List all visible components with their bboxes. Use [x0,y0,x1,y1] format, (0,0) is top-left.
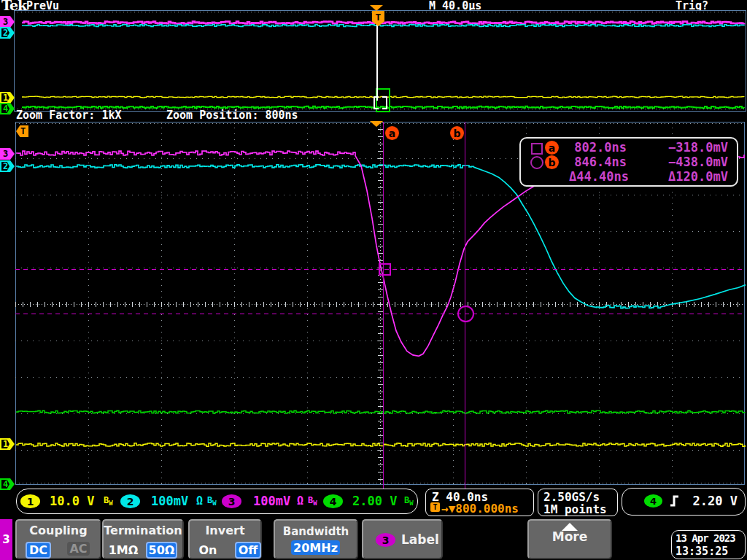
time-readout: 13:35:25 [676,545,728,558]
ch3-termination-icon: Ω [297,494,303,508]
label-menu-button[interactable]: 3 Label [362,519,443,559]
ch4-bandwidth-icon: BW [404,495,414,507]
cursor-delta-time: Δ44.40ns [561,169,629,184]
cursor-readout-box: a 802.0ns −318.0mV b 846.4ns −438.0mV Δ4… [519,137,738,187]
cursor-a-voltage: −318.0mV [646,140,728,155]
cursor-a-style-square-icon [531,143,543,155]
menu-channel-tab: 3 [0,519,12,560]
trigger-level-readout: 2.20 V [693,494,738,508]
cursor-b-time: 846.4ns [561,155,627,169]
graticule-grid [0,0,747,560]
ch2-termination-icon: Ω [196,494,203,508]
datetime-box: 13 Apr 2023 13:35:25 [671,530,746,559]
cursor-a-readout-badge: a [545,141,559,155]
ch4-oval-badge[interactable]: 4 [323,494,343,508]
rising-edge-slope-icon [669,494,682,508]
invert-menu-button[interactable]: Invert On Off [188,519,262,559]
ch4-scale-readout: 2.00 V [352,494,397,508]
coupling-title: Coupling [17,524,100,537]
cursor-b-badge[interactable]: b [450,126,464,140]
invert-on-option[interactable]: On [197,543,219,557]
trigger-position-arrow-icon[interactable] [370,5,383,11]
coupling-dc-option[interactable]: DC [26,542,51,559]
cursor-a-square-marker[interactable] [379,263,391,276]
bandwidth-menu-button[interactable]: Bandwidth 20MHz [274,519,358,559]
ch3-oval-badge[interactable]: 3 [222,494,241,508]
cursor-b-circle-marker[interactable] [457,306,474,322]
ch1-bandwidth-icon: BW [104,495,113,507]
delay-time-readout: →▼800.000ns [441,502,519,516]
bandwidth-value-option[interactable]: 20MHz [291,540,340,555]
label-button-text: Label [401,532,439,547]
cursor-b-voltage: −438.0mV [646,155,728,169]
invert-title: Invert [190,524,260,537]
ch2-bandwidth-icon: BW [207,495,217,507]
trigger-readout-box: 4 2.20 V [622,488,746,516]
coupling-ac-option[interactable]: AC [67,542,90,556]
ch3-scale-readout: 100mV [253,494,290,508]
ch2-oval-badge[interactable]: 2 [120,494,140,508]
date-readout: 13 Apr 2023 [676,532,735,544]
bandwidth-title: Bandwidth [275,525,357,538]
cursor-b-level-line [15,314,743,314]
termination-50ohm-option[interactable]: 50Ω [146,542,177,559]
cursor-delta-voltage: Δ120.0mV [646,169,728,184]
record-length-readout: 1M points [543,502,607,516]
cursor-a-time: 802.0ns [561,140,627,155]
cursor-a-line[interactable] [383,122,384,491]
ch3-bandwidth-icon: BW [308,495,317,507]
delay-trigger-chip-icon: T [430,502,440,512]
cursor-a-badge[interactable]: a [385,126,399,140]
termination-1m-option[interactable]: 1MΩ [107,543,139,557]
acquisition-box: 2.50GS/s 1M points [538,489,618,516]
more-menu-button[interactable]: More [527,519,612,559]
termination-menu-button[interactable]: Termination 1MΩ 50Ω [102,519,184,559]
more-button-text: More [529,529,611,544]
ch1-scale-readout: 10.0 V [50,494,94,508]
ch1-oval-badge[interactable]: 1 [20,494,40,508]
zoom-trigger-arrow-icon [370,121,383,127]
label-channel-badge: 3 [376,533,395,547]
ch2-scale-readout: 100mV [151,494,188,508]
invert-off-option[interactable]: Off [235,542,261,559]
coupling-menu-button[interactable]: Coupling DC AC [15,519,101,559]
cursor-b-readout-badge: b [545,155,559,169]
trigger-source-badge: 4 [644,494,662,508]
cursor-b-style-circle-icon [530,156,543,169]
termination-title: Termination [104,524,182,537]
channel-scale-bar: 1 10.0 V BW 2 100mV Ω BW 3 100mV Ω BW 4 … [16,489,418,514]
zoom-bracket-left [374,96,379,109]
zoom-bracket-right [382,96,387,109]
oscilloscope-screen: Tek PreVu M 40.0µs Trig? T Zoom Factor: … [0,0,747,560]
zoom-timebase-box: Z 40.0ns T →▼800.000ns [425,489,534,516]
zoom-window-line[interactable] [376,20,378,101]
